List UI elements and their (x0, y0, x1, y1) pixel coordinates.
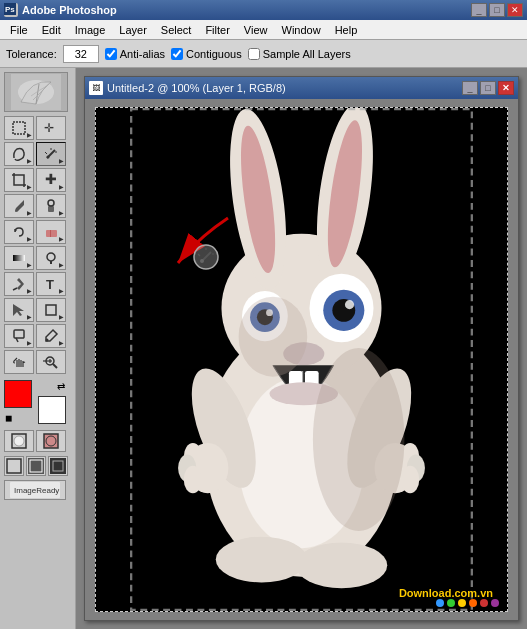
svg-text:✛: ✛ (44, 121, 54, 135)
svg-rect-17 (13, 255, 25, 261)
background-color[interactable] (38, 396, 66, 424)
sample-all-label: Sample All Layers (263, 48, 351, 60)
svg-rect-13 (48, 206, 54, 212)
eyedropper-tool[interactable]: ▶ (36, 324, 66, 348)
screen-mode-std[interactable] (4, 456, 24, 476)
move-tool[interactable]: ✛ (36, 116, 66, 140)
sample-all-checkbox[interactable] (248, 48, 260, 60)
maximize-button[interactable]: □ (489, 3, 505, 17)
crop-tool[interactable]: ▶ (4, 168, 34, 192)
document-canvas[interactable]: Download.com.vn (85, 99, 518, 620)
main-area: ▶ ✛ ▶ ▶ (0, 68, 527, 629)
menu-file[interactable]: File (4, 22, 34, 38)
watermark-dots (436, 599, 499, 607)
anti-alias-label: Anti-alias (120, 48, 165, 60)
minimize-button[interactable]: _ (471, 3, 487, 17)
path-select-tool[interactable]: ▶ (4, 298, 34, 322)
tool-row-4: ▶ ▶ (4, 194, 71, 218)
history-brush-tool[interactable]: ▶ (4, 220, 34, 244)
tool-row-extras: ImageReady (4, 480, 71, 500)
close-button[interactable]: ✕ (507, 3, 523, 17)
rabbit-illustration (96, 108, 507, 611)
dot-red (480, 599, 488, 607)
svg-point-71 (345, 300, 354, 309)
menu-layer[interactable]: Layer (113, 22, 153, 38)
color-swatches: ⇄ ◼ (4, 380, 66, 424)
pen-tool[interactable]: ▶ (4, 272, 34, 296)
brush-tool[interactable]: ▶ (4, 194, 34, 218)
svg-rect-4 (13, 122, 25, 134)
menu-window[interactable]: Window (276, 22, 327, 38)
menu-filter[interactable]: Filter (199, 22, 235, 38)
tolerance-label: Tolerance: (6, 48, 57, 60)
marquee-rect-tool[interactable]: ▶ (4, 116, 34, 140)
anti-alias-checkbox[interactable] (105, 48, 117, 60)
svg-point-7 (47, 156, 50, 159)
imageready-btn[interactable]: ImageReady (4, 480, 66, 500)
canvas-area: 🖼 Untitled-2 @ 100% (Layer 1, RGB/8) _ □… (76, 68, 527, 629)
menu-image[interactable]: Image (69, 22, 112, 38)
quick-mask-mode[interactable] (36, 430, 66, 452)
tool-row-5: ▶ ▶ (4, 220, 71, 244)
svg-point-81 (216, 537, 307, 583)
app-icon: Ps (4, 3, 18, 17)
menu-bar: File Edit Image Layer Select Filter View… (0, 20, 527, 40)
doc-maximize-button[interactable]: □ (480, 81, 496, 95)
lasso-tool[interactable]: ▶ (4, 142, 34, 166)
svg-text:T: T (46, 277, 54, 292)
foreground-color[interactable] (4, 380, 32, 408)
tool-row-2: ▶ ▶ (4, 142, 71, 166)
doc-icon: 🖼 (89, 81, 103, 95)
svg-point-82 (296, 542, 387, 588)
heal-tool[interactable]: ✚ ▶ (36, 168, 66, 192)
svg-point-84 (313, 348, 404, 531)
menu-view[interactable]: View (238, 22, 274, 38)
svg-text:ImageReady: ImageReady (14, 486, 59, 495)
menu-select[interactable]: Select (155, 22, 198, 38)
default-colors-icon[interactable]: ◼ (5, 413, 12, 423)
hand-tool[interactable] (4, 350, 34, 374)
dodge-tool[interactable]: ▶ (36, 246, 66, 270)
eraser-tool[interactable]: ▶ (36, 220, 66, 244)
zoom-tool[interactable] (36, 350, 66, 374)
magic-wand-tool[interactable]: ▶ (36, 142, 66, 166)
sample-all-option: Sample All Layers (248, 48, 351, 60)
svg-rect-15 (46, 230, 57, 237)
options-bar: Tolerance: Anti-alias Contiguous Sample … (0, 40, 527, 68)
svg-point-26 (46, 339, 49, 342)
tool-row-modes (4, 430, 71, 452)
doc-close-button[interactable]: ✕ (498, 81, 514, 95)
doc-minimize-button[interactable]: _ (462, 81, 478, 95)
tool-row-7: ▶ T ▶ (4, 272, 71, 296)
contiguous-checkbox[interactable] (171, 48, 183, 60)
notes-tool[interactable]: ▶ (4, 324, 34, 348)
type-tool[interactable]: T ▶ (36, 272, 66, 296)
dot-yellow (458, 599, 466, 607)
tolerance-input[interactable] (63, 45, 99, 63)
contiguous-option: Contiguous (171, 48, 242, 60)
svg-point-62 (401, 466, 419, 493)
switch-colors-icon[interactable]: ⇄ (57, 381, 65, 392)
svg-text:✚: ✚ (45, 172, 57, 187)
tool-row-1: ▶ ✛ (4, 116, 71, 140)
standard-mode[interactable] (4, 430, 34, 452)
tool-row-3: ▶ ✚ ▶ (4, 168, 71, 192)
gradient-tool[interactable]: ▶ (4, 246, 34, 270)
document-title: Untitled-2 @ 100% (Layer 1, RGB/8) (107, 82, 286, 94)
screen-mode-full-menu[interactable] (26, 456, 46, 476)
svg-point-18 (47, 253, 55, 261)
clone-stamp-tool[interactable]: ▶ (36, 194, 66, 218)
screen-mode-full[interactable] (48, 456, 68, 476)
menu-edit[interactable]: Edit (36, 22, 67, 38)
menu-help[interactable]: Help (329, 22, 364, 38)
svg-rect-23 (46, 305, 56, 315)
dot-green (447, 599, 455, 607)
tool-row-10 (4, 350, 71, 374)
dot-purple (491, 599, 499, 607)
shape-tool[interactable]: ▶ (36, 298, 66, 322)
ps-logo (4, 72, 68, 112)
tool-row-6: ▶ ▶ (4, 246, 71, 270)
tool-row-8: ▶ ▶ (4, 298, 71, 322)
dot-blue (436, 599, 444, 607)
svg-point-83 (239, 297, 308, 377)
